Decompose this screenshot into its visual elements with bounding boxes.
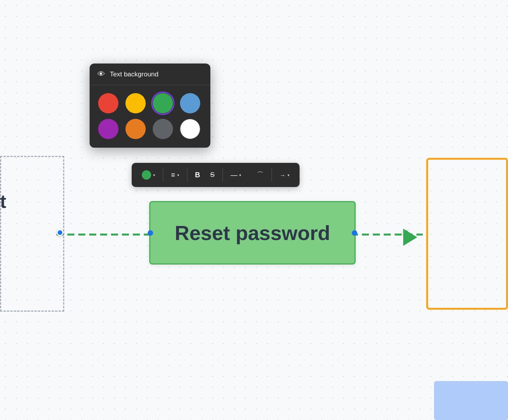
swatch-yellow[interactable] [125, 93, 146, 113]
color-picker-header: 👁 Text background [90, 64, 210, 85]
toolbar-align-section: ≡ ▾ [163, 169, 187, 182]
swatch-blue[interactable] [180, 93, 200, 113]
swatch-gray[interactable] [153, 119, 173, 139]
swatch-purple[interactable] [98, 119, 118, 139]
swatch-white[interactable] [180, 119, 200, 139]
toolbar-curve-section: ⌒ [249, 168, 272, 182]
orange-node[interactable] [426, 158, 508, 310]
toolbar-arrow-section: → ▾ [272, 169, 297, 181]
eye-icon: 👁 [97, 70, 105, 79]
toolbar-format-section: B S [187, 169, 222, 182]
partial-node-text: t [0, 191, 6, 212]
dashed-rect-left [0, 156, 64, 312]
align-chevron-icon: ▾ [177, 173, 179, 177]
swatch-green[interactable] [153, 93, 173, 113]
toolbar-line-section: — ▾ [223, 169, 249, 182]
arrow-style-button[interactable]: → ▾ [276, 169, 293, 181]
strikethrough-button[interactable]: S [206, 169, 219, 181]
align-button[interactable]: ≡ ▾ [167, 169, 183, 182]
color-picker-popup: 👁 Text background [90, 64, 210, 148]
align-icon: ≡ [171, 171, 175, 179]
formatting-toolbar: ▾ ≡ ▾ B S — ▾ ⌒ → ▾ [132, 163, 300, 187]
line-chevron-icon: ▾ [239, 173, 241, 177]
toolbar-color-section: ▾ [134, 168, 163, 182]
reset-password-node[interactable]: Reset password [149, 201, 356, 265]
curve-icon: ⌒ [257, 170, 264, 180]
color-grid [90, 85, 210, 148]
arrow-chevron-icon: ▾ [288, 173, 289, 177]
selected-color-dot [142, 170, 151, 180]
color-picker-title: Text background [110, 71, 159, 78]
blue-node[interactable] [434, 381, 508, 420]
connection-handle-left[interactable] [56, 229, 64, 236]
swatch-red[interactable] [98, 93, 118, 113]
line-style-button[interactable]: — ▾ [227, 169, 245, 182]
connection-arrow [403, 229, 417, 246]
color-chevron-icon: ▾ [153, 173, 155, 177]
strikethrough-icon: S [210, 171, 215, 179]
node-label: Reset password [175, 221, 330, 245]
color-selector-button[interactable]: ▾ [138, 168, 159, 182]
curve-button[interactable]: ⌒ [253, 168, 268, 182]
arrow-style-icon: → [280, 172, 286, 178]
swatch-orange[interactable] [125, 119, 146, 139]
node-handle-left[interactable] [148, 230, 153, 236]
node-handle-right[interactable] [352, 230, 357, 236]
line-style-icon: — [231, 171, 237, 179]
bold-button[interactable]: B [191, 169, 204, 182]
